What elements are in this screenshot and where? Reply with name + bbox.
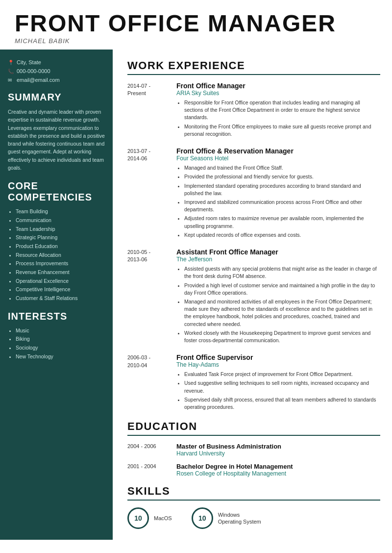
work-section-title: WORK EXPERIENCE <box>127 59 380 75</box>
company-name: ARIA Sky Suites <box>176 90 380 97</box>
location-item: 📍 City, State <box>8 59 105 65</box>
summary-title: SUMMARY <box>8 92 105 103</box>
bullet-item: Evaluated Task Force project of improvem… <box>184 371 380 378</box>
bullet-item: Managed and monitored activities of all … <box>184 298 380 328</box>
edu-dates: 2004 - 2006 <box>127 443 172 457</box>
work-experience-section: WORK EXPERIENCE 2014-07 -Present Front O… <box>127 59 380 412</box>
skills-row: 10 MacOS 10 Windows Operating System <box>127 507 380 529</box>
list-item: New Technology <box>16 353 105 360</box>
work-details: Front Office Manager ARIA Sky Suites Res… <box>176 82 380 139</box>
work-bullets: Managed and trained the Front Office Sta… <box>176 164 380 239</box>
interests-list: Music Biking Sociology New Technology <box>8 327 105 360</box>
company-name: Four Seasons Hotel <box>176 155 380 162</box>
list-item: Customer & Staff Relations <box>16 295 105 302</box>
bullet-item: Adjusted room rates to maximize revenue … <box>184 215 380 229</box>
skill-name: Windows Operating System <box>218 511 262 526</box>
bullet-item: Implemented standard operating procedure… <box>184 182 380 197</box>
email-icon: ✉ <box>8 77 14 83</box>
bullet-item: Responsible for Front Office operation t… <box>184 99 380 122</box>
email-item: ✉ email@email.com <box>8 77 105 83</box>
edu-degree: Bachelor Degree in Hotel Management <box>176 463 380 470</box>
list-item: Operational Excellence <box>16 277 105 285</box>
list-item: Music <box>16 327 105 334</box>
edu-details: Bachelor Degree in Hotel Management Rose… <box>176 463 380 477</box>
list-item: Team Leadership <box>16 226 105 233</box>
work-bullets: Responsible for Front Office operation t… <box>176 99 380 138</box>
edu-entry: 2004 - 2006 Master of Business Administr… <box>127 443 380 457</box>
company-name: The Jefferson <box>176 256 380 263</box>
work-dates: 2010-05 -2013-06 <box>127 248 172 346</box>
phone-item: 📞 000-000-0000 <box>8 68 105 74</box>
competencies-list: Team Building Communication Team Leaders… <box>8 208 105 302</box>
job-title: Front Office Manager <box>176 82 380 90</box>
content-area: WORK EXPERIENCE 2014-07 -Present Front O… <box>113 50 392 540</box>
work-dates: 2013-07 -2014-06 <box>127 147 172 240</box>
work-entry: 2013-07 -2014-06 Front Office & Reservat… <box>127 147 380 240</box>
skill-level-circle: 10 <box>192 507 213 529</box>
header: FRONT OFFICE MANAGER MICHAEL BABIK <box>0 0 392 50</box>
phone-icon: 📞 <box>8 69 14 74</box>
work-entry: 2010-05 -2013-06 Assistant Front Office … <box>127 248 380 346</box>
email-text: email@email.com <box>17 77 60 83</box>
bullet-item: Supervised daily shift process, ensured … <box>184 396 380 411</box>
job-title: Front Office Supervisor <box>176 353 380 361</box>
bullet-item: Monitoring the Front Office employees to… <box>184 123 380 138</box>
list-item: Team Building <box>16 208 105 215</box>
edu-entry: 2001 - 2004 Bachelor Degree in Hotel Man… <box>127 463 380 477</box>
skill-level-circle: 10 <box>127 507 149 529</box>
candidate-name: MICHAEL BABIK <box>15 37 377 45</box>
page-title: FRONT OFFICE MANAGER <box>15 12 377 35</box>
bullet-item: Kept updated records of office expenses … <box>184 231 380 239</box>
contact-section: 📍 City, State 📞 000-000-0000 ✉ email@ema… <box>8 59 105 83</box>
bullet-item: Provided the professional and friendly s… <box>184 173 380 180</box>
bullet-item: Provided a high level of customer servic… <box>184 282 380 297</box>
skill-item: 10 Windows Operating System <box>192 507 262 529</box>
list-item: Product Education <box>16 243 105 250</box>
work-details: Assistant Front Office Manager The Jeffe… <box>176 248 380 346</box>
edu-dates: 2001 - 2004 <box>127 463 172 477</box>
bullet-item: Assisted guests with any special problem… <box>184 265 380 280</box>
bullet-item: Improved and stabilized communication pr… <box>184 199 380 213</box>
skill-item: 10 MacOS <box>127 507 172 529</box>
list-item: Communication <box>16 217 105 224</box>
job-title: Assistant Front Office Manager <box>176 248 380 256</box>
work-bullets: Evaluated Task Force project of improvem… <box>176 371 380 411</box>
work-dates: 2006-03 -2010-04 <box>127 353 172 412</box>
list-item: Process Improvements <box>16 260 105 267</box>
bullet-item: Managed and trained the Front Office Sta… <box>184 164 380 172</box>
list-item: Competitive Intelligence <box>16 286 105 293</box>
phone-text: 000-000-0000 <box>17 68 50 74</box>
work-details: Front Office & Reservation Manager Four … <box>176 147 380 240</box>
list-item: Resource Allocation <box>16 251 105 259</box>
work-dates: 2014-07 -Present <box>127 82 172 139</box>
education-section: EDUCATION 2004 - 2006 Master of Business… <box>127 420 380 477</box>
skill-name: MacOS <box>154 515 172 522</box>
education-section-title: EDUCATION <box>127 420 380 436</box>
interests-title: INTERESTS <box>8 311 105 322</box>
list-item: Biking <box>16 335 105 343</box>
list-item: Revenue Enhancement <box>16 269 105 276</box>
location-text: City, State <box>17 59 41 65</box>
work-bullets: Assisted guests with any special problem… <box>176 265 380 344</box>
list-item: Sociology <box>16 344 105 352</box>
main-layout: 📍 City, State 📞 000-000-0000 ✉ email@ema… <box>0 50 392 550</box>
edu-details: Master of Business Administration Harvar… <box>176 443 380 457</box>
edu-school: Rosen College of Hospitality Management <box>176 470 380 477</box>
edu-school: Harvard University <box>176 450 380 457</box>
skills-section: SKILLS 10 MacOS 10 Windows Operating Sys… <box>127 485 380 529</box>
company-name: The Hay-Adams <box>176 361 380 368</box>
work-entry: 2014-07 -Present Front Office Manager AR… <box>127 82 380 139</box>
competencies-title: CORECOMPETENCIES <box>8 180 105 203</box>
skills-section-title: SKILLS <box>127 485 380 501</box>
list-item: Strategic Planning <box>16 234 105 241</box>
work-entry: 2006-03 -2010-04 Front Office Supervisor… <box>127 353 380 412</box>
summary-text: Creative and dynamic leader with proven … <box>8 108 105 172</box>
location-icon: 📍 <box>8 60 14 65</box>
edu-degree: Master of Business Administration <box>176 443 380 450</box>
bullet-item: Used suggestive selling techniques to se… <box>184 379 380 394</box>
job-title: Front Office & Reservation Manager <box>176 147 380 155</box>
bullet-item: Worked closely with the Housekeeping Dep… <box>184 329 380 344</box>
sidebar: 📍 City, State 📞 000-000-0000 ✉ email@ema… <box>0 50 113 540</box>
work-details: Front Office Supervisor The Hay-Adams Ev… <box>176 353 380 412</box>
